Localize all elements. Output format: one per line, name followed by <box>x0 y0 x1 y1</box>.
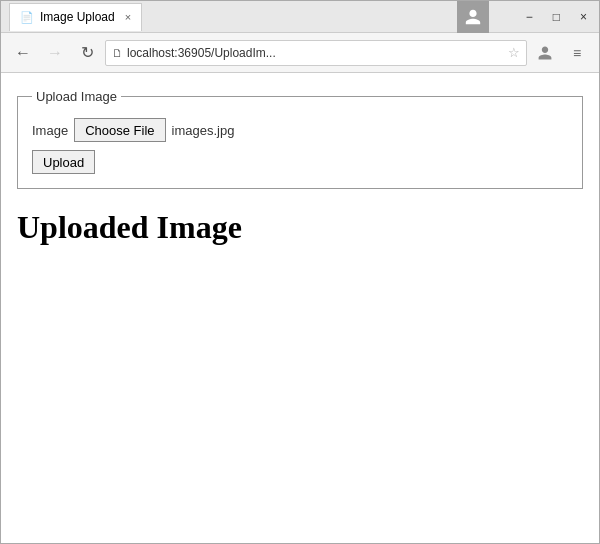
profile-icon <box>457 1 489 33</box>
upload-image-fieldset: Upload Image Image Choose File images.jp… <box>17 89 583 189</box>
minimize-button[interactable]: − <box>522 8 537 26</box>
upload-button[interactable]: Upload <box>32 150 95 174</box>
bookmark-star-icon[interactable]: ☆ <box>508 45 520 60</box>
page-content: Upload Image Image Choose File images.jp… <box>1 73 599 543</box>
tab-label: Image Upload <box>40 10 115 24</box>
tab-page-icon: 📄 <box>20 10 34 24</box>
maximize-button[interactable]: □ <box>549 8 564 26</box>
title-bar: 📄 Image Upload × − □ × <box>1 1 599 33</box>
window-controls: − □ × <box>522 8 591 26</box>
file-name-display: images.jpg <box>172 123 235 138</box>
address-text: localhost:36905/UploadIm... <box>127 46 504 60</box>
refresh-button[interactable]: ↻ <box>73 39 101 67</box>
nav-bar: ← → ↻ 🗋 localhost:36905/UploadIm... ☆ ≡ <box>1 33 599 73</box>
browser-tab[interactable]: 📄 Image Upload × <box>9 3 142 31</box>
back-button[interactable]: ← <box>9 39 37 67</box>
address-bar[interactable]: 🗋 localhost:36905/UploadIm... ☆ <box>105 40 527 66</box>
page-icon: 🗋 <box>112 47 123 59</box>
close-button[interactable]: × <box>576 8 591 26</box>
nav-right-icons: ≡ <box>531 39 591 67</box>
choose-file-button[interactable]: Choose File <box>74 118 165 142</box>
title-bar-left: 📄 Image Upload × <box>9 3 591 31</box>
image-input-row: Image Choose File images.jpg <box>32 118 568 142</box>
uploaded-image-heading: Uploaded Image <box>17 209 583 246</box>
menu-button[interactable]: ≡ <box>563 39 591 67</box>
tab-close-icon[interactable]: × <box>125 11 131 23</box>
forward-button[interactable]: → <box>41 39 69 67</box>
user-icon-button[interactable] <box>531 39 559 67</box>
fieldset-legend: Upload Image <box>32 89 121 104</box>
browser-window: 📄 Image Upload × − □ × ← → ↻ 🗋 localhost… <box>0 0 600 544</box>
image-label: Image <box>32 123 68 138</box>
